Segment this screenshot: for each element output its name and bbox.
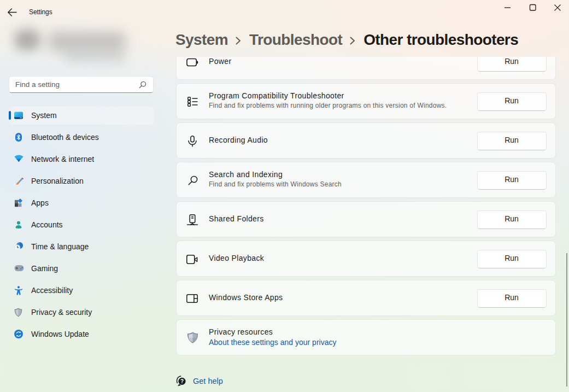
svg-text:?: ? bbox=[180, 378, 184, 384]
